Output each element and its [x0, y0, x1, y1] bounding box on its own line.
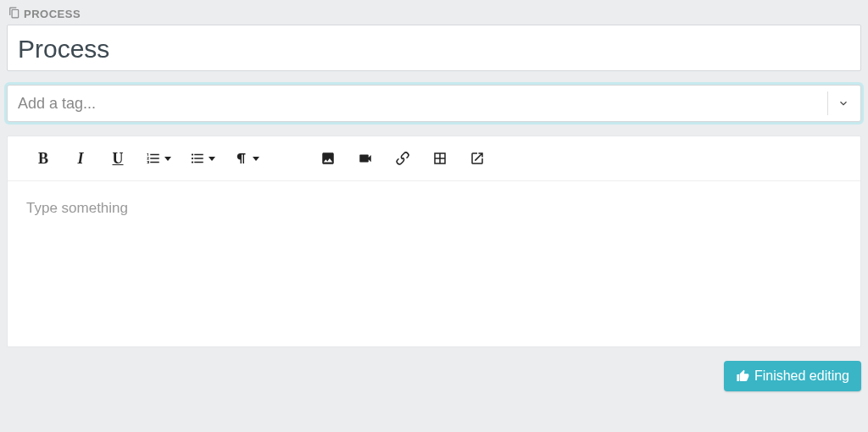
insert-table-button[interactable] [421, 145, 459, 172]
insert-image-button[interactable] [309, 145, 347, 172]
section-label: PROCESS [7, 7, 861, 21]
title-input[interactable] [7, 25, 861, 71]
caret-down-icon [164, 157, 171, 161]
chevron-down-icon[interactable] [837, 97, 850, 110]
paragraph-icon [234, 151, 249, 166]
unordered-list-button[interactable] [181, 145, 225, 172]
italic-icon: I [77, 150, 83, 168]
finished-editing-label: Finished editing [754, 368, 849, 384]
caret-down-icon [253, 157, 259, 161]
image-icon [320, 151, 336, 166]
tag-input[interactable] [18, 95, 819, 113]
ordered-list-button[interactable] [136, 145, 181, 172]
insert-link-button[interactable] [384, 145, 421, 172]
editor-toolbar: B I U [8, 136, 860, 181]
insert-video-button[interactable] [347, 145, 384, 172]
divider [827, 91, 828, 115]
link-icon [395, 151, 410, 166]
video-icon [358, 151, 373, 166]
bold-icon: B [38, 150, 48, 168]
open-external-button[interactable] [459, 145, 496, 172]
editor-body[interactable]: Type something [8, 181, 860, 346]
external-link-icon [470, 151, 485, 166]
ordered-list-icon [146, 151, 161, 166]
editor-panel: B I U Type something [7, 136, 861, 347]
unordered-list-icon [190, 151, 205, 166]
paragraph-format-button[interactable] [225, 145, 269, 172]
underline-icon: U [113, 150, 124, 168]
underline-button[interactable]: U [99, 145, 136, 172]
footer: Finished editing [7, 361, 861, 391]
table-icon [432, 151, 448, 166]
finished-editing-button[interactable]: Finished editing [724, 361, 861, 391]
bold-button[interactable]: B [25, 145, 62, 172]
caret-down-icon [209, 157, 215, 161]
italic-button[interactable]: I [62, 145, 99, 172]
copy-icon [8, 7, 20, 21]
thumbs-up-icon [736, 369, 749, 383]
editor-placeholder: Type something [26, 200, 128, 216]
tag-field[interactable] [7, 85, 861, 122]
section-label-text: PROCESS [24, 8, 81, 20]
